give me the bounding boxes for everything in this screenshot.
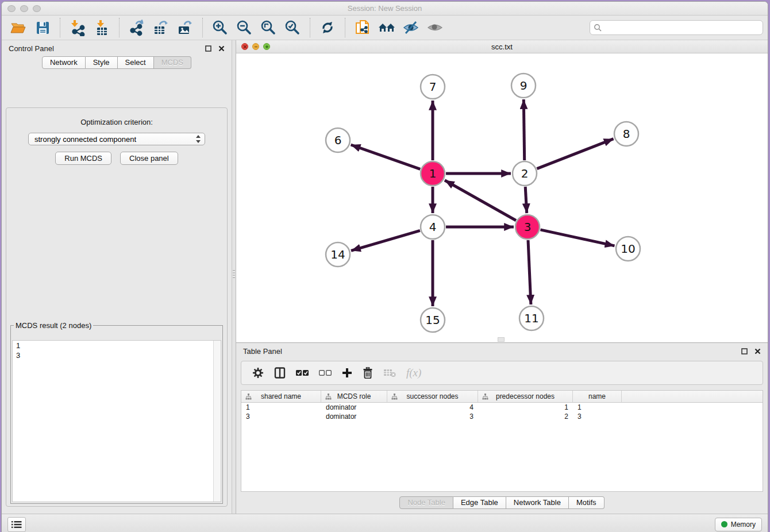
deselect-all-columns-button[interactable] bbox=[319, 369, 332, 376]
refresh-icon bbox=[319, 19, 336, 36]
graph-node[interactable]: 9 bbox=[511, 74, 536, 98]
graph-edge[interactable] bbox=[351, 230, 420, 250]
graph-edge[interactable] bbox=[351, 145, 421, 169]
table-row[interactable]: 1 dominator 4 1 1 bbox=[241, 403, 763, 412]
table-settings-button[interactable] bbox=[252, 367, 264, 379]
float-panel-button[interactable] bbox=[203, 44, 213, 53]
criterion-select[interactable]: strongly connected component bbox=[28, 133, 205, 145]
zoom-in-button[interactable] bbox=[210, 18, 230, 37]
zoom-out-icon bbox=[236, 19, 253, 36]
tab-style[interactable]: Style bbox=[86, 56, 118, 69]
clone-network-button[interactable] bbox=[352, 18, 373, 37]
column-header-name[interactable]: name bbox=[573, 391, 622, 402]
delete-column-button[interactable] bbox=[363, 367, 373, 379]
float-table-panel-button[interactable] bbox=[740, 346, 749, 356]
svg-text:2: 2 bbox=[521, 167, 529, 180]
add-column-button[interactable] bbox=[342, 368, 352, 378]
graph-node[interactable]: 15 bbox=[421, 308, 445, 332]
graph-node[interactable]: 2 bbox=[513, 161, 537, 186]
tab-network-table[interactable]: Network Table bbox=[506, 496, 569, 509]
export-table-button[interactable] bbox=[151, 18, 171, 37]
graph-node[interactable]: 11 bbox=[519, 306, 544, 330]
graph-edge[interactable] bbox=[537, 139, 613, 169]
network-canvas[interactable]: 1234678910111415 bbox=[236, 53, 768, 342]
tab-edge-table[interactable]: Edge Table bbox=[453, 496, 506, 509]
import-network-button[interactable] bbox=[67, 18, 88, 37]
tab-select[interactable]: Select bbox=[118, 56, 154, 69]
task-history-button[interactable] bbox=[7, 517, 26, 532]
graph-node[interactable]: 8 bbox=[614, 122, 638, 146]
function-builder-button[interactable]: f(x) bbox=[406, 367, 421, 379]
control-panel-title: Control Panel bbox=[9, 44, 54, 53]
cell-successor-nodes: 4 bbox=[387, 403, 478, 411]
graph-edge[interactable] bbox=[541, 230, 615, 246]
graph-edge[interactable] bbox=[445, 180, 516, 221]
table-row[interactable]: 3 dominator 3 2 3 bbox=[241, 412, 763, 421]
panel-splitter[interactable] bbox=[232, 40, 236, 514]
graph-node[interactable]: 10 bbox=[616, 237, 640, 261]
column-header-mcds-role[interactable]: MCDS role bbox=[321, 391, 387, 402]
zoom-out-button[interactable] bbox=[234, 18, 255, 37]
graph-node[interactable]: 1 bbox=[421, 161, 445, 186]
open-session-button[interactable] bbox=[8, 18, 29, 37]
graph-node[interactable]: 3 bbox=[515, 215, 540, 239]
search-input[interactable] bbox=[604, 23, 759, 33]
close-panel-action-button[interactable]: Close panel bbox=[120, 152, 178, 165]
close-table-panel-button[interactable] bbox=[753, 346, 762, 356]
hide-selected-button[interactable] bbox=[401, 18, 421, 37]
column-header-successor-nodes[interactable]: successor nodes bbox=[387, 391, 478, 402]
graph-edge[interactable] bbox=[525, 187, 527, 213]
show-all-button[interactable] bbox=[425, 18, 445, 37]
float-icon bbox=[205, 45, 211, 52]
run-mcds-button[interactable]: Run MCDS bbox=[55, 152, 111, 165]
tab-mcds[interactable]: MCDS bbox=[154, 56, 191, 69]
tab-node-table[interactable]: Node Table bbox=[399, 496, 453, 509]
list-icon bbox=[11, 521, 22, 529]
graph-node[interactable]: 4 bbox=[421, 215, 445, 239]
network-window: scc.txt 1234678910111415 bbox=[236, 40, 768, 343]
optimization-criterion-label: Optimization criterion: bbox=[6, 118, 227, 126]
cell-mcds-role: dominator bbox=[321, 403, 387, 411]
mcds-result-item: 1 bbox=[13, 341, 221, 350]
show-columns-button[interactable] bbox=[274, 367, 286, 379]
graph-edge[interactable] bbox=[528, 240, 531, 304]
hierarchy-icon bbox=[482, 394, 488, 400]
import-table-button[interactable] bbox=[91, 18, 112, 37]
cell-shared-name: 3 bbox=[241, 413, 321, 421]
column-header-shared-name[interactable]: shared name bbox=[241, 391, 321, 402]
zoom-fit-icon bbox=[260, 19, 277, 36]
tab-motifs[interactable]: Motifs bbox=[569, 496, 605, 509]
zoom-fit-button[interactable] bbox=[258, 18, 279, 37]
save-session-button[interactable] bbox=[32, 18, 53, 37]
window-title: Session: New Session bbox=[2, 4, 768, 13]
export-image-button[interactable] bbox=[175, 18, 195, 37]
column-header-predecessor-nodes[interactable]: predecessor nodes bbox=[478, 391, 573, 402]
table-panel-title: Table Panel bbox=[243, 347, 282, 356]
app-window: Session: New Session bbox=[1, 1, 768, 532]
close-panel-button[interactable] bbox=[217, 44, 226, 53]
first-neighbors-button[interactable] bbox=[376, 18, 397, 37]
zoom-selected-button[interactable] bbox=[282, 18, 303, 37]
table-panel: Table Panel bbox=[236, 343, 768, 514]
network-window-titlebar: scc.txt bbox=[236, 40, 768, 53]
memory-button[interactable]: Memory bbox=[715, 518, 762, 531]
select-all-columns-button[interactable] bbox=[296, 369, 309, 376]
gear-icon bbox=[252, 367, 264, 379]
control-panel: Control Panel Network Style Select MCDS … bbox=[2, 40, 232, 514]
export-network-button[interactable] bbox=[126, 18, 147, 37]
refresh-layout-button[interactable] bbox=[317, 18, 338, 37]
graph-node[interactable]: 14 bbox=[326, 242, 350, 267]
toolbar-separator bbox=[60, 18, 60, 37]
float-icon bbox=[741, 348, 748, 354]
graph-node[interactable]: 6 bbox=[326, 128, 350, 152]
import-network-icon bbox=[69, 19, 86, 36]
toolbar-separator bbox=[202, 18, 203, 37]
graph-node[interactable]: 7 bbox=[421, 75, 445, 99]
svg-text:8: 8 bbox=[623, 127, 630, 141]
result-scrollbar[interactable] bbox=[213, 341, 221, 502]
tab-network[interactable]: Network bbox=[42, 56, 86, 69]
graph-edge[interactable] bbox=[523, 99, 524, 160]
delete-table-button[interactable] bbox=[383, 368, 396, 377]
svg-text:11: 11 bbox=[524, 311, 538, 325]
cell-mcds-role: dominator bbox=[321, 413, 387, 421]
